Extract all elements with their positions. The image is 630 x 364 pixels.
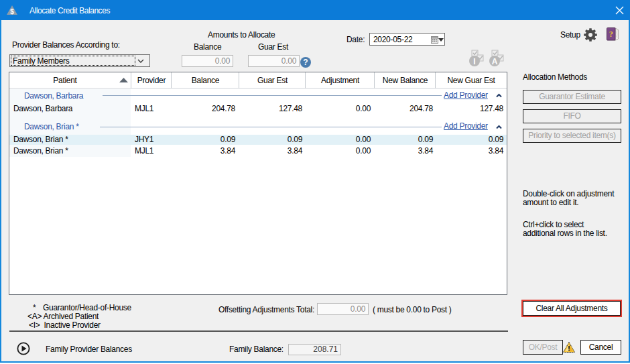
svg-text:?: ? (609, 29, 613, 39)
svg-text:I: I (473, 57, 475, 66)
svg-text:A: A (492, 57, 498, 66)
svg-text:$: $ (10, 8, 14, 15)
